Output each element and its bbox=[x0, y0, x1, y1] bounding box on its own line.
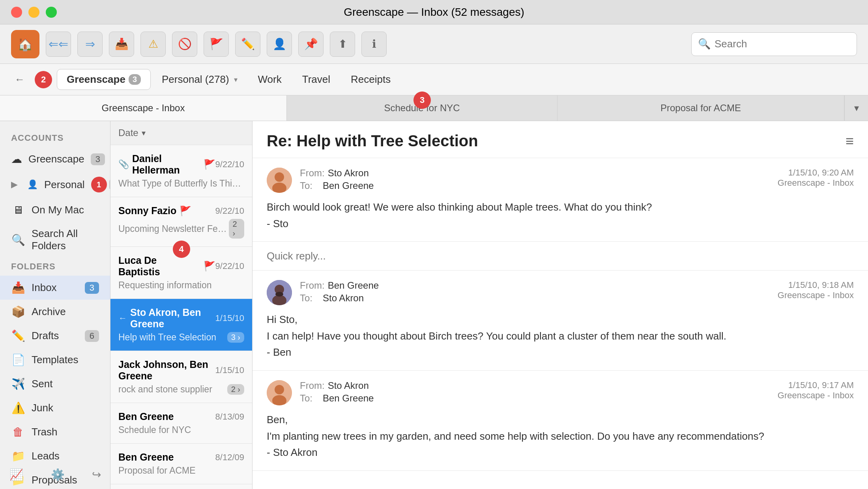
leads-folder-icon: 📁 bbox=[11, 450, 25, 463]
info-icon: ℹ bbox=[372, 37, 376, 50]
cloud-icon: ☁ bbox=[11, 153, 22, 166]
message-item[interactable]: Ben Greene 8/13/09 Schedule for NYC bbox=[110, 403, 252, 444]
contact-button[interactable]: 👤 bbox=[267, 32, 292, 57]
quick-reply-area[interactable] bbox=[253, 242, 868, 271]
msg-sender: Ben Greene bbox=[118, 452, 174, 463]
inbox-icon: 📥 bbox=[11, 281, 25, 294]
msg-tab-proposal-acme[interactable]: Proposal for ACME bbox=[557, 95, 844, 121]
msg-date: 9/22/10 bbox=[215, 261, 244, 271]
sidebar-item-search-all[interactable]: 🔍 Search All Folders bbox=[0, 222, 110, 258]
maximize-button[interactable] bbox=[46, 7, 57, 18]
email-meta-2: From: Ben Greene To: Sto Akron 1/15/10, … bbox=[267, 280, 854, 305]
toolbar: 🏠 ⇐⇐ ⇒ 📥 ⚠ 🚫 🚩 ✏️ 👤 📌 ⬆ ℹ 🔍 bbox=[0, 24, 868, 64]
message-item[interactable]: Ben Greene 8/12/09 Proposal for ACME bbox=[110, 444, 252, 484]
message-item[interactable]: 📎 Daniel Hellerman 🚩 9/22/10 What Type o… bbox=[110, 145, 252, 197]
sidebar-item-on-my-mac[interactable]: 🖥 On My Mac bbox=[0, 198, 110, 222]
unread-badge: 2 bbox=[35, 71, 52, 88]
contact-icon: 👤 bbox=[273, 37, 286, 50]
flag-icon: 🚩 bbox=[210, 37, 223, 50]
sidebar-item-leads[interactable]: 📁 Leads bbox=[0, 444, 110, 468]
move-icon: ⬆ bbox=[338, 37, 347, 50]
avatar-sto-2 bbox=[267, 380, 292, 405]
message-item[interactable]: Jack Johnson, Ben Greene 1/15/10 rock an… bbox=[110, 351, 252, 403]
flag-icon: 🚩 bbox=[204, 261, 215, 272]
sidebar-item-trash[interactable]: 🗑 Trash bbox=[0, 420, 110, 444]
move-button[interactable]: ⬆ bbox=[330, 32, 355, 57]
archive-button[interactable]: 📥 bbox=[109, 32, 134, 57]
sidebar-greenscape-badge: 3 bbox=[91, 153, 105, 165]
tab-travel[interactable]: Travel bbox=[293, 69, 340, 90]
msg-preview: Upcoming Newsletter Feature I... bbox=[118, 224, 229, 234]
signout-icon[interactable]: ↪ bbox=[92, 468, 101, 481]
back-arrow-icon: ← bbox=[118, 313, 127, 323]
titlebar: Greenscape — Inbox (52 messages) bbox=[0, 0, 868, 24]
msg-date: 9/22/10 bbox=[215, 206, 244, 216]
sidebar-item-junk[interactable]: ⚠️ Junk bbox=[0, 396, 110, 420]
warning-icon: ⚠ bbox=[148, 37, 158, 50]
message-item[interactable]: 4 Luca De Baptistis 🚩 9/22/10 Requesting… bbox=[110, 247, 252, 299]
detail-header: Re: Help with Tree Selection ≡ bbox=[253, 121, 868, 158]
email-location-1: Greenscape - Inbox bbox=[778, 178, 854, 188]
back-button[interactable]: ← bbox=[9, 69, 30, 90]
tab-greenscape[interactable]: Greenscape 3 bbox=[57, 69, 151, 90]
sidebar-drafts-label: Drafts bbox=[32, 330, 79, 342]
sidebar-greenscape-label: Greenscape bbox=[28, 153, 84, 165]
close-button[interactable] bbox=[11, 7, 22, 18]
tab-work-label: Work bbox=[258, 73, 282, 86]
back-icon: ← bbox=[15, 73, 25, 86]
tab-personal-label: Personal (278) bbox=[162, 73, 229, 86]
sidebar-item-inbox[interactable]: 📥 Inbox 3 bbox=[0, 276, 110, 300]
sidebar-templates-label: Templates bbox=[32, 354, 99, 366]
info-button[interactable]: ℹ bbox=[361, 32, 387, 57]
mailbox-tabs: ← 2 Greenscape 3 Personal (278) ▾ Work T… bbox=[0, 64, 868, 95]
message-item[interactable]: Rick Jones 📎 9/7/08 Travel Pictures bbox=[110, 484, 252, 489]
msg-preview: Help with Tree Selection bbox=[118, 332, 216, 343]
sidebar-item-drafts[interactable]: ✏️ Drafts 6 bbox=[0, 324, 110, 348]
tab-travel-label: Travel bbox=[302, 73, 330, 86]
flag-button[interactable]: 🚩 bbox=[204, 32, 229, 57]
delete-button[interactable]: 🚫 bbox=[172, 32, 197, 57]
message-item[interactable]: Sonny Fazio 🚩 9/22/10 Upcoming Newslette… bbox=[110, 197, 252, 247]
sidebar-item-personal[interactable]: ▶ 👤 Personal 1 278 bbox=[0, 171, 110, 198]
email-from-to-3: From: Sto Akron To: Ben Greene bbox=[300, 380, 374, 404]
email-message-1: From: Sto Akron To: Ben Greene 1/15/10, … bbox=[253, 158, 868, 242]
warning-button[interactable]: ⚠ bbox=[140, 32, 166, 57]
email-datetime-2: 1/15/10, 9:18 AM Greenscape - Inbox bbox=[778, 280, 854, 300]
msg-tab-greenscape-inbox[interactable]: Greenscape - Inbox bbox=[0, 95, 287, 121]
more-options-icon[interactable]: ≡ bbox=[846, 133, 854, 149]
sort-bar[interactable]: Date ▾ bbox=[110, 121, 252, 145]
tab-work[interactable]: Work bbox=[249, 69, 291, 90]
account-button[interactable]: 🏠 bbox=[11, 30, 39, 58]
email-meta-3: From: Sto Akron To: Ben Greene 1/15/10, … bbox=[267, 380, 854, 405]
folders-section-title: Folders bbox=[0, 258, 110, 276]
sidebar-item-sent[interactable]: ✈️ Sent bbox=[0, 372, 110, 396]
avatar-sto-1 bbox=[267, 168, 292, 193]
tab-personal[interactable]: Personal (278) ▾ bbox=[152, 69, 247, 90]
msg-sender: 📎 Daniel Hellerman 🚩 bbox=[118, 153, 215, 176]
svg-point-1 bbox=[275, 172, 284, 182]
sidebar-item-archive[interactable]: 📦 Archive bbox=[0, 300, 110, 324]
reply-all-button[interactable]: ⇐⇐ bbox=[46, 32, 71, 57]
tabs-overflow-chevron[interactable]: ▾ bbox=[844, 95, 868, 121]
tab-receipts[interactable]: Receipts bbox=[341, 69, 400, 90]
search-input[interactable] bbox=[715, 38, 850, 50]
msg-date: 9/22/10 bbox=[215, 159, 244, 170]
quick-reply-input[interactable] bbox=[267, 250, 854, 262]
traffic-lights bbox=[11, 7, 57, 18]
settings-icon[interactable]: ⚙️ bbox=[51, 468, 65, 481]
message-tabs-bar: Greenscape - Inbox 3 Schedule for NYC Pr… bbox=[0, 95, 868, 121]
compose-button[interactable]: ✏️ bbox=[235, 32, 260, 57]
accounts-section-title: Accounts bbox=[0, 129, 110, 147]
minimize-button[interactable] bbox=[28, 7, 39, 18]
drafts-icon: ✏️ bbox=[11, 329, 25, 342]
sidebar-item-templates[interactable]: 📄 Templates bbox=[0, 348, 110, 372]
computer-icon: 🖥 bbox=[11, 203, 25, 217]
forward-button[interactable]: ⇒ bbox=[77, 32, 103, 57]
msg-date: 8/12/09 bbox=[215, 452, 244, 463]
msg-date: 1/15/10 bbox=[215, 313, 244, 323]
pin-button[interactable]: 📌 bbox=[298, 32, 324, 57]
sidebar-item-greenscape[interactable]: ☁ Greenscape 3 bbox=[0, 147, 110, 171]
message-item-selected[interactable]: ← Sto Akron, Ben Greene 1/15/10 Help wit… bbox=[110, 299, 252, 351]
activity-icon[interactable]: 📈 bbox=[9, 468, 23, 481]
email-to-2: Sto Akron bbox=[323, 293, 364, 304]
